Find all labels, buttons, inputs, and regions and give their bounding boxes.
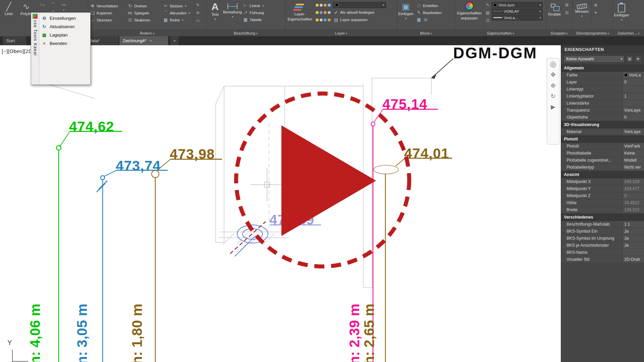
- property-value[interactable]: Ja: [622, 228, 644, 235]
- lineweight-dropdown[interactable]: VonLa... ▾: [492, 15, 543, 20]
- quick-select-icon[interactable]: ⊞: [626, 56, 633, 62]
- tab-document-2-active[interactable]: Zeichnung4* ×: [119, 36, 168, 45]
- insert-block-button[interactable]: ▣ Einfügen: [397, 0, 415, 29]
- property-value[interactable]: 0: [622, 79, 644, 85]
- block-edit-icon[interactable]: ⊘: [423, 17, 428, 22]
- edit-icon[interactable]: ✎: [195, 3, 201, 8]
- arc-icon[interactable]: ⌒: [50, 2, 56, 13]
- layer-state-icon[interactable]: [316, 18, 319, 21]
- property-value[interactable]: Modell: [622, 157, 644, 164]
- panel-label-eigenschaften[interactable]: Eigenschaften: [455, 29, 546, 36]
- property-row[interactable]: Mittelpunkt Z0: [561, 192, 644, 199]
- property-row[interactable]: FarbeVonLa: [561, 72, 644, 79]
- property-value[interactable]: [622, 249, 644, 256]
- property-value[interactable]: 159.477: [622, 185, 644, 192]
- property-row[interactable]: Layer0: [561, 79, 644, 86]
- leader-button[interactable]: ↗Führung: [241, 9, 266, 16]
- property-row[interactable]: Visueller Stil2D-Drah: [561, 256, 644, 263]
- menu-item-lageplan[interactable]: ▦ Lageplan: [39, 31, 90, 39]
- scale-button[interactable]: ⊡Skalieren: [126, 16, 160, 23]
- property-value[interactable]: [622, 100, 644, 107]
- linetype-dropdown[interactable]: VONLAY ▾: [492, 8, 543, 14]
- menu-item-beenden[interactable]: × Beenden: [39, 39, 90, 48]
- property-row[interactable]: Objekthöhe0: [561, 114, 644, 121]
- copy-button[interactable]: ❏Kopieren: [88, 9, 124, 16]
- text-button[interactable]: A Text: [206, 0, 224, 29]
- transparency-icon[interactable]: ⊡: [485, 18, 490, 23]
- match-props-icon[interactable]: ✎: [485, 3, 490, 8]
- rotate-button[interactable]: ↻Drehen: [126, 2, 160, 9]
- play-icon[interactable]: [281, 125, 376, 236]
- layer-state-icon[interactable]: [324, 11, 327, 14]
- panel-label-beschriftung[interactable]: Beschriftung: [206, 29, 285, 36]
- group-button[interactable]: Gruppe: [546, 0, 562, 29]
- property-value[interactable]: 2D-Drah: [622, 256, 644, 263]
- edit-block-button[interactable]: ✎Bearbeiten: [415, 9, 443, 16]
- erase-icon[interactable]: ⊘: [195, 10, 201, 16]
- create-block-button[interactable]: □Erstellen: [415, 2, 443, 9]
- property-row[interactable]: PlottabellentypNicht ver: [561, 164, 644, 171]
- drawing-canvas[interactable]: [−][Oben][2D- DGM-DGM 474,62 473,74 473,…: [0, 45, 561, 362]
- line-button[interactable]: ╱ Linie: [0, 0, 17, 29]
- property-value[interactable]: Ja: [622, 235, 644, 242]
- property-value[interactable]: VonFarb: [622, 143, 644, 149]
- close-icon[interactable]: ×: [149, 38, 152, 43]
- object-color-dropdown[interactable]: VonLayer ▾: [492, 2, 543, 8]
- move-button[interactable]: ✥Verschieben: [88, 2, 124, 9]
- layer-properties-button[interactable]: Layer- Eigenschaften: [285, 0, 314, 29]
- property-value[interactable]: 1:1: [622, 221, 644, 228]
- property-value[interactable]: Ja: [622, 242, 644, 249]
- layer-state-icon[interactable]: [328, 4, 331, 7]
- selection-dropdown[interactable]: Keine Auswahl: [564, 55, 625, 63]
- property-row[interactable]: BKS-Symbol EinJa: [561, 228, 644, 235]
- property-row[interactable]: Linientyp: [561, 86, 644, 93]
- layer-state-icon[interactable]: [320, 18, 323, 21]
- property-value[interactable]: [622, 86, 644, 93]
- new-tab-button[interactable]: +: [170, 36, 179, 45]
- section-header[interactable]: Ansicht: [561, 171, 644, 178]
- property-row[interactable]: Breite126.322: [561, 206, 644, 214]
- section-header[interactable]: 3D-Visualisierung: [561, 121, 644, 128]
- block-extra-buttons[interactable]: ▦ ⊘: [415, 16, 443, 23]
- mirror-button[interactable]: ⋈Spiegeln: [126, 9, 160, 16]
- layer-select-dropdown[interactable]: ▾: [333, 2, 386, 8]
- block-attr-icon[interactable]: ▦: [416, 17, 422, 22]
- property-row[interactable]: Mittelpunkt X245.229: [561, 178, 644, 185]
- stretch-button[interactable]: ↔Strecken: [88, 16, 124, 23]
- dimension-button[interactable]: Bemaßung: [224, 0, 241, 29]
- property-row[interactable]: PlotstiltabelleKeine: [561, 150, 644, 157]
- property-row[interactable]: BKS je AnsichtsfensterJa: [561, 242, 644, 249]
- property-row[interactable]: TransparenzVonLaye: [561, 107, 644, 114]
- id-point-icon[interactable]: ⊕: [593, 3, 598, 8]
- property-value[interactable]: 0: [622, 114, 644, 121]
- panel-label-block[interactable]: Block: [397, 29, 455, 36]
- linear-dim-button[interactable]: ⊢Linear: [241, 2, 266, 9]
- layer-state-icon[interactable]: [328, 18, 331, 21]
- video-play-overlay[interactable]: [0, 45, 561, 362]
- tab-start[interactable]: Start: [3, 36, 27, 45]
- property-row[interactable]: Beschriftungs-Maßstab1:1: [561, 221, 644, 228]
- property-value[interactable]: VonLaye: [622, 128, 644, 135]
- property-row[interactable]: MaterialVonLaye: [561, 128, 644, 135]
- property-value[interactable]: 245.229: [622, 178, 644, 185]
- set-current-layer-button[interactable]: ✔Als aktuell festlegen: [332, 9, 376, 16]
- property-value[interactable]: 126.322: [622, 206, 644, 213]
- panel-label-layer[interactable]: Layer: [285, 29, 397, 36]
- property-row[interactable]: PlotstilVonFarb: [561, 143, 644, 150]
- layer-state-icon[interactable]: [316, 11, 319, 14]
- property-value[interactable]: VonLaye: [622, 107, 644, 114]
- property-value[interactable]: 74.4522: [622, 199, 644, 206]
- property-row[interactable]: Linientypfaktor1: [561, 93, 644, 100]
- trim-button[interactable]: ✂Stutzen: [161, 2, 194, 9]
- layer-state-icon[interactable]: [320, 11, 323, 14]
- property-row[interactable]: BKS-Symbol im UrsprungJa: [561, 235, 644, 242]
- cse-tools-vertical-tab[interactable]: cse Tools Kanal: [31, 12, 39, 85]
- property-row[interactable]: Mittelpunkt Y159.477: [561, 185, 644, 192]
- property-value[interactable]: Keine: [622, 150, 644, 157]
- panel-label-gruppen[interactable]: Gruppen: [546, 29, 572, 36]
- property-value[interactable]: VonLa: [622, 72, 644, 78]
- circle-icon[interactable]: ○: [40, 2, 45, 13]
- panel-label-dienstprogramme[interactable]: Dienstprogramme: [573, 29, 612, 36]
- group-remove-icon[interactable]: ⊟: [564, 10, 570, 16]
- group-add-icon[interactable]: ⊞: [564, 3, 570, 8]
